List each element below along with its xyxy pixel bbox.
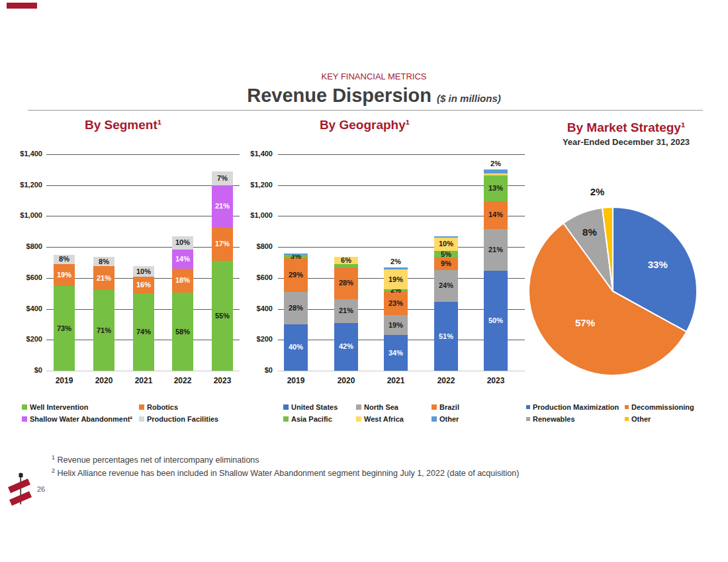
- bar-segment-label: 51%: [426, 332, 466, 341]
- legend-label: Robotics: [147, 403, 178, 411]
- market-strategy-pie-chart: 33%57%8%2%: [516, 182, 708, 381]
- y-axis-tick-label: $1,400: [226, 150, 273, 158]
- geography-legend: United StatesNorth SeaBrazilAsia Pacific…: [283, 403, 459, 423]
- legend-swatch: [22, 416, 27, 422]
- legend-item: Well Intervention: [22, 403, 139, 411]
- x-axis-category-label: 2022: [163, 376, 203, 385]
- footnote-1-mark: 1: [52, 454, 55, 461]
- legend-swatch: [22, 404, 27, 410]
- legend-swatch: [625, 417, 629, 421]
- legend-item: Shallow Water Abandonment²: [22, 415, 139, 423]
- legend-item: Other: [625, 415, 694, 423]
- bar-segment-label: 13%: [476, 184, 516, 193]
- bar-outside-label: 2%: [478, 160, 513, 168]
- x-axis-category-label: 2019: [44, 376, 84, 385]
- legend-label: Decommissioning: [631, 403, 694, 411]
- pie-label: 2%: [590, 186, 605, 197]
- legend-item: North Sea: [356, 403, 432, 411]
- bar-segment-label: 21%: [85, 274, 122, 283]
- bar-segment-label: 29%: [276, 271, 316, 279]
- y-axis-tick-label: $400: [0, 304, 42, 312]
- bar-segment-label: 74%: [125, 328, 162, 336]
- legend-item: Renewables: [526, 415, 625, 423]
- bar-segment-label: 42%: [326, 342, 366, 351]
- legend-label: Other: [631, 415, 651, 423]
- y-axis-tick-label: $400: [226, 304, 273, 312]
- gridline: [46, 185, 240, 186]
- legend-label: Production Facilities: [147, 415, 218, 423]
- legend-swatch: [356, 404, 361, 410]
- legend-item: Production Facilities: [139, 415, 218, 423]
- x-axis-category-label: 2023: [476, 376, 516, 385]
- bar-segment-label: 50%: [476, 316, 516, 325]
- bar-segment-label: 40%: [276, 343, 316, 351]
- legend-label: West Africa: [364, 415, 404, 423]
- bar-outside-label: 2%: [379, 258, 413, 266]
- legend-swatch: [139, 404, 144, 410]
- x-axis-category-label: 2020: [84, 376, 124, 385]
- y-axis-tick-label: $0: [226, 366, 273, 374]
- pie-label: 8%: [582, 226, 597, 238]
- bar-segment-label: 18%: [164, 276, 201, 285]
- bar-segment-label: 28%: [326, 279, 366, 287]
- bar-segment-label: 6%: [326, 256, 366, 265]
- x-axis-category-label: 2020: [326, 376, 366, 385]
- legend-item: West Africa: [356, 415, 432, 423]
- bar-segment-label: 71%: [85, 326, 122, 335]
- y-axis-tick-label: $200: [0, 335, 42, 343]
- bar-segment-label: 28%: [276, 304, 316, 312]
- y-axis-tick-label: $800: [0, 242, 42, 250]
- y-axis-tick-label: $600: [0, 273, 42, 281]
- bar-segment: [434, 236, 458, 238]
- bar-segment: [484, 169, 508, 173]
- y-axis-tick-label: $1,200: [226, 181, 273, 189]
- x-axis-category-label: 2021: [376, 376, 416, 385]
- bar-segment-label: 14%: [476, 211, 516, 219]
- legend-label: United States: [291, 403, 338, 411]
- bar-segment-label: 8%: [85, 258, 122, 266]
- legend-item: United States: [283, 403, 356, 411]
- legend-swatch: [432, 416, 437, 422]
- footnotes: 1 Revenue percentages net of intercompan…: [52, 453, 519, 479]
- gridline: [46, 216, 240, 216]
- legend-label: Shallow Water Abandonment²: [30, 415, 132, 423]
- y-axis-tick-label: $600: [226, 273, 273, 281]
- gridline: [46, 371, 240, 371]
- bar-segment: [384, 267, 408, 269]
- legend-swatch: [526, 417, 530, 421]
- legend-swatch: [356, 416, 361, 422]
- footnote-1-text: Revenue percentages net of intercompany …: [58, 455, 259, 465]
- legend-label: North Sea: [364, 403, 398, 411]
- bar-segment-label: 58%: [164, 328, 201, 336]
- bar-segment: [284, 254, 308, 255]
- legend-label: Other: [439, 415, 459, 423]
- bar-segment-label: 21%: [326, 306, 366, 315]
- footnote-2-text: Helix Alliance revenue has been included…: [58, 469, 520, 478]
- bar-segment-label: 10%: [125, 267, 162, 276]
- slide: KEY FINANCIAL METRICS Revenue Dispersion…: [0, 0, 728, 562]
- y-axis-tick-label: $200: [226, 335, 273, 343]
- x-axis-category-label: 2021: [124, 376, 163, 385]
- legend-swatch: [283, 404, 289, 410]
- legend-item: Asia Pacific: [283, 415, 356, 423]
- bar-segment-label: 10%: [164, 238, 201, 247]
- bar-segment-label: 73%: [46, 324, 83, 333]
- gridline: [278, 371, 525, 371]
- company-logo: [6, 471, 34, 506]
- bar-segment-label: 19%: [376, 275, 416, 284]
- bar-segment-label: 8%: [46, 255, 83, 263]
- gridline: [46, 154, 240, 155]
- legend-item: Brazil: [432, 403, 459, 411]
- bar-segment-label: 9%: [426, 259, 466, 268]
- legend-label: Renewables: [533, 415, 575, 423]
- legend-label: Asia Pacific: [291, 415, 332, 423]
- legend-item: Robotics: [139, 403, 218, 411]
- legend-label: Brazil: [439, 403, 459, 411]
- bar-segment-label: 55%: [204, 312, 241, 320]
- bar-segment-label: 34%: [376, 349, 416, 357]
- bar-segment-label: 23%: [376, 299, 416, 308]
- bar-segment-label: 14%: [164, 255, 201, 263]
- bar-segment-label: 16%: [125, 281, 162, 289]
- legend-swatch: [625, 405, 629, 409]
- footnote-1: 1 Revenue percentages net of intercompan…: [52, 453, 519, 466]
